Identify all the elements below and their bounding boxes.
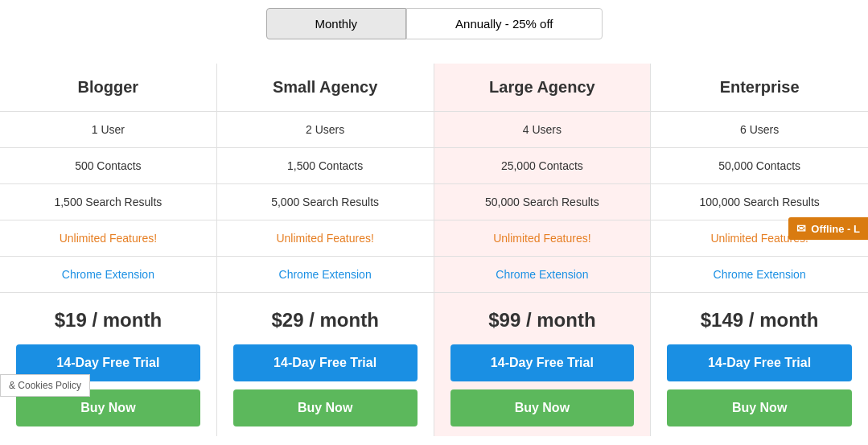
plan-buttons-large-agency: 14-Day Free Trial Buy Now — [434, 344, 651, 436]
offline-chat-widget[interactable]: ✉ Offline - L — [788, 217, 868, 240]
trial-button-large-agency[interactable]: 14-Day Free Trial — [450, 344, 635, 381]
plan-unlimited-large-agency: Unlimited Features! — [434, 220, 651, 257]
plan-users-enterprise: 6 Users — [651, 112, 868, 148]
billing-toggle-container: Monthly Annually - 25% off — [0, 0, 868, 64]
plan-unlimited-small-agency: Unlimited Features! — [217, 220, 434, 257]
plan-search-small-agency: 5,000 Search Results — [217, 184, 434, 220]
buy-button-small-agency[interactable]: Buy Now — [233, 389, 418, 426]
plan-search-blogger: 1,500 Search Results — [0, 184, 216, 220]
plan-buttons-small-agency: 14-Day Free Trial Buy Now — [217, 344, 434, 436]
plan-contacts-large-agency: 25,000 Contacts — [434, 148, 651, 184]
plan-contacts-enterprise: 50,000 Contacts — [651, 148, 868, 184]
monthly-toggle-button[interactable]: Monthly — [266, 8, 407, 39]
cookie-policy-bar[interactable]: & Cookies Policy — [0, 374, 90, 397]
plan-contacts-blogger: 500 Contacts — [0, 148, 216, 184]
plan-name-blogger: Blogger — [0, 64, 216, 112]
plan-users-blogger: 1 User — [0, 112, 216, 148]
plan-name-enterprise: Enterprise — [651, 64, 868, 112]
chrome-extension-link-blogger[interactable]: Chrome Extension — [62, 268, 154, 281]
chrome-extension-link-enterprise[interactable]: Chrome Extension — [714, 268, 806, 281]
plan-chrome-small-agency[interactable]: Chrome Extension — [217, 257, 434, 293]
mail-icon: ✉ — [796, 222, 806, 235]
plan-col-large-agency: Large Agency 4 Users 25,000 Contacts 50,… — [434, 64, 652, 436]
trial-button-small-agency[interactable]: 14-Day Free Trial — [233, 344, 418, 381]
plan-name-small-agency: Small Agency — [217, 64, 434, 112]
plan-price-large-agency: $99 / month — [434, 293, 651, 344]
plan-users-large-agency: 4 Users — [434, 112, 651, 148]
chrome-extension-link-small-agency[interactable]: Chrome Extension — [279, 268, 372, 281]
plan-price-small-agency: $29 / month — [217, 293, 434, 344]
plan-chrome-large-agency[interactable]: Chrome Extension — [434, 257, 651, 293]
annually-toggle-button[interactable]: Annually - 25% off — [406, 8, 602, 39]
pricing-table: Blogger 1 User 500 Contacts 1,500 Search… — [0, 64, 868, 436]
plan-col-enterprise: Enterprise 6 Users 50,000 Contacts 100,0… — [651, 64, 868, 436]
plan-price-blogger: $19 / month — [0, 293, 216, 344]
cookie-policy-text: & Cookies Policy — [9, 380, 81, 391]
plan-contacts-small-agency: 1,500 Contacts — [217, 148, 434, 184]
plan-name-large-agency: Large Agency — [434, 64, 651, 112]
buy-button-large-agency[interactable]: Buy Now — [450, 389, 635, 426]
plan-search-large-agency: 50,000 Search Results — [434, 184, 651, 220]
plan-users-small-agency: 2 Users — [217, 112, 434, 148]
plan-unlimited-blogger: Unlimited Features! — [0, 220, 216, 257]
plan-chrome-enterprise[interactable]: Chrome Extension — [651, 257, 868, 293]
chrome-extension-link-large-agency[interactable]: Chrome Extension — [496, 268, 588, 281]
buy-button-enterprise[interactable]: Buy Now — [667, 389, 852, 426]
offline-widget-label: Offline - L — [811, 223, 860, 235]
plan-price-enterprise: $149 / month — [651, 293, 868, 344]
plan-chrome-blogger[interactable]: Chrome Extension — [0, 257, 216, 293]
plan-buttons-enterprise: 14-Day Free Trial Buy Now — [651, 344, 868, 436]
plan-col-small-agency: Small Agency 2 Users 1,500 Contacts 5,00… — [217, 64, 434, 436]
plan-search-enterprise: 100,000 Search Results — [651, 184, 868, 220]
trial-button-enterprise[interactable]: 14-Day Free Trial — [667, 344, 852, 381]
